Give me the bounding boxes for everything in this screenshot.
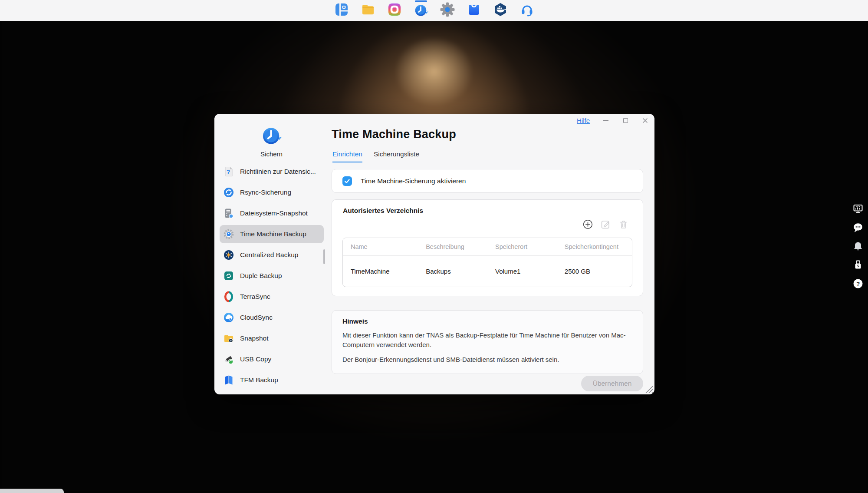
cell-description: Backups bbox=[418, 268, 487, 275]
app-name-label: Sichern bbox=[214, 150, 329, 158]
close-icon bbox=[642, 118, 648, 123]
headset-icon bbox=[519, 2, 534, 19]
authorized-directory-card: Autorisiertes Verzeichnis Name bbox=[332, 199, 643, 296]
feedback-chat-icon[interactable] bbox=[852, 222, 864, 233]
sidebar-item-label: Richtlinien zur Datensic... bbox=[240, 168, 316, 175]
apply-button[interactable]: Übernehmen bbox=[581, 376, 643, 391]
directory-table: Name Beschreibung Speicherort Speicherko… bbox=[342, 238, 632, 287]
gear-icon bbox=[440, 2, 455, 19]
cell-quota: 2500 GB bbox=[557, 268, 632, 275]
enable-checkbox[interactable] bbox=[342, 176, 352, 186]
sidebar-item-label: Snapshot bbox=[240, 334, 269, 342]
centralized-backup-icon bbox=[223, 249, 234, 261]
sidebar-item-label: Duple Backup bbox=[240, 272, 282, 280]
terrasync-icon bbox=[223, 291, 234, 302]
cloudsync-icon bbox=[223, 312, 234, 323]
column-header-name: Name bbox=[343, 243, 418, 250]
sidebar-item-tfm-backup[interactable]: TFM Backup bbox=[220, 371, 324, 389]
sidebar-item-label: CloudSync bbox=[240, 314, 273, 321]
docker-whale-icon bbox=[493, 2, 508, 19]
page-title: Time Machine Backup bbox=[332, 128, 456, 141]
privacy-policy-icon: ? bbox=[223, 166, 234, 177]
minimize-icon bbox=[603, 120, 608, 121]
control-panel-icon bbox=[334, 2, 349, 19]
enable-checkbox-label: Time Machine-Sicherung aktivieren bbox=[361, 177, 466, 185]
dock-item-backup[interactable] bbox=[414, 3, 428, 18]
active-app-indicator bbox=[415, 0, 427, 2]
tfm-backup-icon bbox=[223, 374, 234, 386]
authorized-directory-title: Autorisiertes Verzeichnis bbox=[343, 207, 423, 215]
delete-directory-button[interactable] bbox=[618, 219, 628, 229]
close-button[interactable] bbox=[641, 117, 648, 124]
svg-text:?: ? bbox=[856, 281, 860, 287]
add-directory-button[interactable] bbox=[583, 219, 593, 229]
usb-copy-icon bbox=[223, 354, 234, 365]
sidebar-item-duple-backup[interactable]: Duple Backup bbox=[220, 267, 324, 285]
maximize-icon bbox=[623, 118, 628, 123]
table-header-row: Name Beschreibung Speicherort Speicherko… bbox=[343, 238, 632, 255]
rsync-icon bbox=[223, 187, 234, 198]
sidebar-item-cloudsync[interactable]: CloudSync bbox=[220, 308, 324, 327]
directory-actions bbox=[583, 219, 628, 229]
column-header-description: Beschreibung bbox=[418, 243, 487, 250]
help-icon[interactable]: ? bbox=[852, 278, 864, 289]
dock-item-docker[interactable] bbox=[493, 3, 508, 18]
column-header-location: Speicherort bbox=[487, 243, 557, 250]
external-device-icon[interactable] bbox=[852, 259, 864, 271]
notice-paragraph-1: Mit dieser Funktion kann der TNAS als Ba… bbox=[342, 331, 632, 350]
notice-title: Hinweis bbox=[342, 318, 632, 325]
enable-card: Time Machine-Sicherung aktivieren bbox=[332, 169, 643, 193]
multimedia-icon bbox=[387, 2, 402, 19]
sidebar-item-centralized-backup[interactable]: Centralized Backup bbox=[220, 246, 324, 264]
sidebar-item-label: USB Copy bbox=[240, 355, 271, 363]
tab-sicherungsliste[interactable]: Sicherungsliste bbox=[374, 150, 419, 162]
maximize-button[interactable] bbox=[622, 117, 629, 124]
dock-item-settings[interactable] bbox=[440, 3, 455, 18]
sidebar-item-dateisystem-snapshot[interactable]: Dateisystem-Snapshot bbox=[220, 204, 324, 222]
backup-clock-icon bbox=[414, 2, 428, 19]
edge-quick-icons: ? bbox=[852, 203, 864, 289]
sidebar-scrollbar[interactable] bbox=[323, 249, 325, 264]
help-link[interactable]: Hilfe bbox=[577, 117, 590, 124]
folder-icon bbox=[361, 2, 375, 19]
resource-monitor-icon[interactable] bbox=[852, 203, 864, 215]
dock-item-app-center[interactable] bbox=[467, 3, 481, 18]
tab-einrichten[interactable]: Einrichten bbox=[332, 150, 362, 162]
dock-item-multimedia[interactable] bbox=[387, 3, 402, 18]
filesystem-snapshot-icon bbox=[223, 208, 234, 219]
backup-app-icon bbox=[261, 141, 283, 148]
sidebar-item-terrasync[interactable]: TerraSync bbox=[220, 288, 324, 306]
table-row[interactable]: TimeMachine Backups Volume1 2500 GB bbox=[343, 255, 632, 287]
sidebar-item-usb-copy[interactable]: USB Copy bbox=[220, 350, 324, 368]
time-machine-icon bbox=[223, 228, 234, 240]
svg-text:?: ? bbox=[227, 169, 230, 175]
sidebar-item-time-machine-backup[interactable]: Time Machine Backup bbox=[220, 225, 324, 243]
app-sidebar: Sichern ? Richtlinien zur Datensic... bbox=[214, 114, 329, 394]
duple-backup-icon bbox=[223, 270, 234, 281]
sidebar-item-label: TerraSync bbox=[240, 293, 270, 301]
cell-location: Volume1 bbox=[487, 268, 557, 275]
sidebar-nav: ? Richtlinien zur Datensic... Rsync-Sich… bbox=[220, 162, 324, 392]
sidebar-item-label: Time Machine Backup bbox=[240, 230, 306, 238]
dock-item-file-manager[interactable] bbox=[361, 3, 375, 18]
sidebar-item-rsync[interactable]: Rsync-Sicherung bbox=[220, 183, 324, 202]
top-dock bbox=[0, 0, 868, 21]
column-header-quota: Speicherkontingent bbox=[557, 243, 632, 250]
edit-directory-button[interactable] bbox=[601, 219, 611, 229]
sidebar-item-richtlinien[interactable]: ? Richtlinien zur Datensic... bbox=[220, 162, 324, 181]
notifications-bell-icon[interactable] bbox=[852, 241, 864, 252]
backup-app-window: Hilfe Sichern ? bbox=[214, 114, 654, 394]
sidebar-item-snapshot[interactable]: Snapshot bbox=[220, 329, 324, 347]
main-pane: Time Machine Backup Einrichten Sicherung… bbox=[332, 114, 643, 394]
shopping-bag-icon bbox=[467, 2, 481, 19]
sidebar-item-label: Rsync-Sicherung bbox=[240, 189, 291, 196]
snapshot-folder-icon bbox=[223, 333, 234, 344]
sidebar-item-label: Centralized Backup bbox=[240, 251, 298, 259]
sidebar-item-label: Dateisystem-Snapshot bbox=[240, 209, 308, 217]
window-resize-handle[interactable] bbox=[645, 385, 653, 393]
minimize-button[interactable] bbox=[602, 117, 609, 124]
sidebar-item-label: TFM Backup bbox=[240, 376, 278, 384]
dock-item-control-panel[interactable] bbox=[334, 3, 349, 18]
tab-bar: Einrichten Sicherungsliste bbox=[332, 150, 419, 162]
dock-item-support[interactable] bbox=[519, 3, 534, 18]
